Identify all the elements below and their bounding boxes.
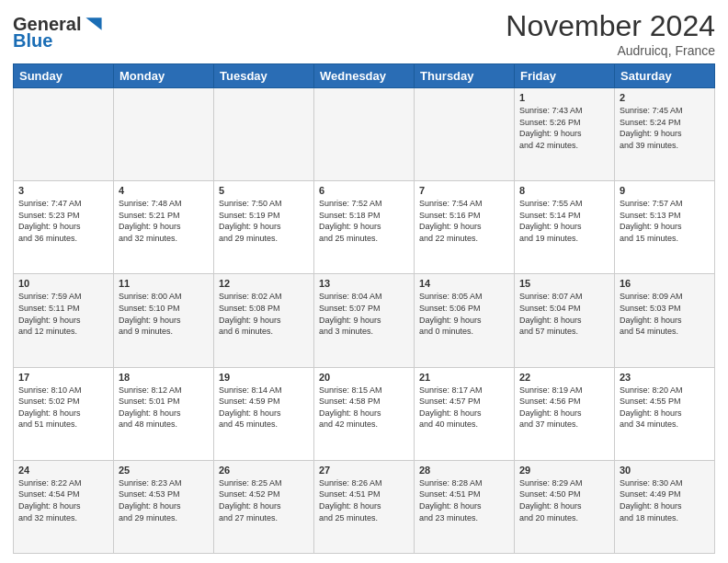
day-info: Sunrise: 8:14 AM Sunset: 4:59 PM Dayligh… <box>219 385 309 431</box>
day-number: 29 <box>519 465 609 476</box>
calendar-day: 15Sunrise: 8:07 AM Sunset: 5:04 PM Dayli… <box>515 274 615 367</box>
header-sunday: Sunday <box>14 64 114 88</box>
header-thursday: Thursday <box>415 64 515 88</box>
calendar-day: 21Sunrise: 8:17 AM Sunset: 4:57 PM Dayli… <box>415 367 515 460</box>
day-number: 21 <box>419 372 509 383</box>
page: General Blue November 2024 Audruicq, Fra… <box>0 0 728 563</box>
day-info: Sunrise: 8:26 AM Sunset: 4:51 PM Dayligh… <box>319 477 409 523</box>
calendar-day: 10Sunrise: 7:59 AM Sunset: 5:11 PM Dayli… <box>14 274 114 367</box>
day-info: Sunrise: 7:47 AM Sunset: 5:23 PM Dayligh… <box>18 198 108 244</box>
day-number: 11 <box>119 278 209 289</box>
calendar-day: 26Sunrise: 8:25 AM Sunset: 4:52 PM Dayli… <box>214 460 314 553</box>
calendar-day: 17Sunrise: 8:10 AM Sunset: 5:02 PM Dayli… <box>14 367 114 460</box>
calendar-day: 13Sunrise: 8:04 AM Sunset: 5:07 PM Dayli… <box>314 274 415 367</box>
header-wednesday: Wednesday <box>314 64 415 88</box>
day-info: Sunrise: 7:59 AM Sunset: 5:11 PM Dayligh… <box>18 291 108 337</box>
week-row-2: 3Sunrise: 7:47 AM Sunset: 5:23 PM Daylig… <box>14 181 715 274</box>
day-info: Sunrise: 7:50 AM Sunset: 5:19 PM Dayligh… <box>219 198 309 244</box>
day-number: 8 <box>519 185 609 196</box>
day-number: 13 <box>319 278 409 289</box>
day-info: Sunrise: 8:10 AM Sunset: 5:02 PM Dayligh… <box>18 385 108 431</box>
day-info: Sunrise: 7:55 AM Sunset: 5:14 PM Dayligh… <box>519 198 609 244</box>
day-info: Sunrise: 7:48 AM Sunset: 5:21 PM Dayligh… <box>119 198 209 244</box>
header: General Blue November 2024 Audruicq, Fra… <box>13 9 715 58</box>
location: Audruicq, France <box>506 43 715 58</box>
day-number: 4 <box>119 185 209 196</box>
day-number: 1 <box>519 92 609 103</box>
day-info: Sunrise: 8:20 AM Sunset: 4:55 PM Dayligh… <box>620 385 710 431</box>
week-row-1: 1Sunrise: 7:43 AM Sunset: 5:26 PM Daylig… <box>14 88 715 181</box>
day-number: 23 <box>620 372 710 383</box>
day-number: 27 <box>319 465 409 476</box>
week-row-3: 10Sunrise: 7:59 AM Sunset: 5:11 PM Dayli… <box>14 274 715 367</box>
weekday-header-row: Sunday Monday Tuesday Wednesday Thursday… <box>14 64 715 88</box>
header-tuesday: Tuesday <box>214 64 314 88</box>
calendar-day <box>114 88 214 181</box>
calendar-day: 11Sunrise: 8:00 AM Sunset: 5:10 PM Dayli… <box>114 274 214 367</box>
day-info: Sunrise: 8:19 AM Sunset: 4:56 PM Dayligh… <box>519 385 609 431</box>
calendar-day: 12Sunrise: 8:02 AM Sunset: 5:08 PM Dayli… <box>214 274 314 367</box>
calendar-day: 30Sunrise: 8:30 AM Sunset: 4:49 PM Dayli… <box>615 460 715 553</box>
day-info: Sunrise: 8:00 AM Sunset: 5:10 PM Dayligh… <box>119 291 209 337</box>
day-info: Sunrise: 8:22 AM Sunset: 4:54 PM Dayligh… <box>18 477 108 523</box>
day-info: Sunrise: 8:15 AM Sunset: 4:58 PM Dayligh… <box>319 385 409 431</box>
week-row-4: 17Sunrise: 8:10 AM Sunset: 5:02 PM Dayli… <box>14 367 715 460</box>
header-monday: Monday <box>114 64 214 88</box>
day-info: Sunrise: 8:07 AM Sunset: 5:04 PM Dayligh… <box>519 291 609 337</box>
day-number: 7 <box>419 185 509 196</box>
day-number: 19 <box>219 372 309 383</box>
day-info: Sunrise: 8:23 AM Sunset: 4:53 PM Dayligh… <box>119 477 209 523</box>
calendar-table: Sunday Monday Tuesday Wednesday Thursday… <box>13 63 715 554</box>
day-number: 3 <box>18 185 108 196</box>
day-number: 12 <box>219 278 309 289</box>
day-info: Sunrise: 8:29 AM Sunset: 4:50 PM Dayligh… <box>519 477 609 523</box>
day-number: 6 <box>319 185 409 196</box>
calendar-day: 7Sunrise: 7:54 AM Sunset: 5:16 PM Daylig… <box>415 181 515 274</box>
day-number: 2 <box>620 92 710 103</box>
week-row-5: 24Sunrise: 8:22 AM Sunset: 4:54 PM Dayli… <box>14 460 715 553</box>
day-info: Sunrise: 8:05 AM Sunset: 5:06 PM Dayligh… <box>419 291 509 337</box>
day-number: 9 <box>620 185 710 196</box>
calendar-day: 3Sunrise: 7:47 AM Sunset: 5:23 PM Daylig… <box>14 181 114 274</box>
day-info: Sunrise: 8:17 AM Sunset: 4:57 PM Dayligh… <box>419 385 509 431</box>
calendar-day: 5Sunrise: 7:50 AM Sunset: 5:19 PM Daylig… <box>214 181 314 274</box>
calendar-day <box>415 88 515 181</box>
day-number: 18 <box>119 372 209 383</box>
calendar-day: 27Sunrise: 8:26 AM Sunset: 4:51 PM Dayli… <box>314 460 415 553</box>
calendar-day: 6Sunrise: 7:52 AM Sunset: 5:18 PM Daylig… <box>314 181 415 274</box>
day-info: Sunrise: 8:12 AM Sunset: 5:01 PM Dayligh… <box>119 385 209 431</box>
title-block: November 2024 Audruicq, France <box>506 9 715 58</box>
calendar-day: 18Sunrise: 8:12 AM Sunset: 5:01 PM Dayli… <box>114 367 214 460</box>
day-info: Sunrise: 8:30 AM Sunset: 4:49 PM Dayligh… <box>620 477 710 523</box>
calendar-day: 16Sunrise: 8:09 AM Sunset: 5:03 PM Dayli… <box>615 274 715 367</box>
day-info: Sunrise: 8:25 AM Sunset: 4:52 PM Dayligh… <box>219 477 309 523</box>
day-number: 17 <box>18 372 108 383</box>
calendar-day <box>314 88 415 181</box>
month-title: November 2024 <box>506 9 715 43</box>
day-info: Sunrise: 7:45 AM Sunset: 5:24 PM Dayligh… <box>620 105 710 151</box>
day-info: Sunrise: 8:28 AM Sunset: 4:51 PM Dayligh… <box>419 477 509 523</box>
logo: General Blue <box>13 13 105 51</box>
day-number: 16 <box>620 278 710 289</box>
day-number: 30 <box>620 465 710 476</box>
day-number: 22 <box>519 372 609 383</box>
logo-icon <box>83 13 105 35</box>
calendar-day: 24Sunrise: 8:22 AM Sunset: 4:54 PM Dayli… <box>14 460 114 553</box>
calendar-day: 9Sunrise: 7:57 AM Sunset: 5:13 PM Daylig… <box>615 181 715 274</box>
day-info: Sunrise: 8:09 AM Sunset: 5:03 PM Dayligh… <box>620 291 710 337</box>
day-number: 28 <box>419 465 509 476</box>
calendar-day: 22Sunrise: 8:19 AM Sunset: 4:56 PM Dayli… <box>515 367 615 460</box>
day-number: 26 <box>219 465 309 476</box>
calendar-day <box>214 88 314 181</box>
day-number: 25 <box>119 465 209 476</box>
day-info: Sunrise: 7:43 AM Sunset: 5:26 PM Dayligh… <box>519 105 609 151</box>
day-info: Sunrise: 8:04 AM Sunset: 5:07 PM Dayligh… <box>319 291 409 337</box>
calendar-day: 2Sunrise: 7:45 AM Sunset: 5:24 PM Daylig… <box>615 88 715 181</box>
day-number: 24 <box>18 465 108 476</box>
svg-marker-0 <box>86 17 102 30</box>
day-number: 14 <box>419 278 509 289</box>
calendar-day: 14Sunrise: 8:05 AM Sunset: 5:06 PM Dayli… <box>415 274 515 367</box>
calendar-day: 19Sunrise: 8:14 AM Sunset: 4:59 PM Dayli… <box>214 367 314 460</box>
calendar-day: 1Sunrise: 7:43 AM Sunset: 5:26 PM Daylig… <box>515 88 615 181</box>
day-info: Sunrise: 8:02 AM Sunset: 5:08 PM Dayligh… <box>219 291 309 337</box>
